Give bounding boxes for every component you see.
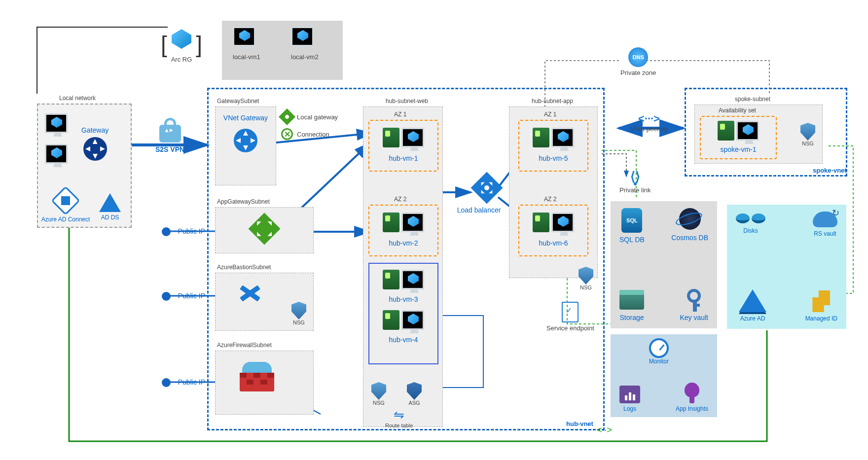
vnet-peering-icon: <···> VNet peering xyxy=(630,112,668,133)
local-network-box: Gateway Azure AD Connect AD DS xyxy=(37,104,132,228)
local-vm1-label: local-vm1 xyxy=(233,53,260,61)
storage-icon: Storage xyxy=(619,290,644,321)
s2s-vpn-icon: S2S VPN xyxy=(155,125,184,153)
sql-db-icon: SQL SQL DB xyxy=(619,208,645,244)
local-vms-box: local-vm1 local-vm2 xyxy=(222,21,343,80)
rs-vault-icon: ↻ RS vault xyxy=(813,212,837,237)
bastion-subnet-box: NSG xyxy=(215,273,314,331)
web-subnet-label: hub-subnet-web xyxy=(377,98,436,105)
logs-icon: Logs xyxy=(619,386,640,412)
backup-box: Disks ↻ RS vault Azure AD Managed ID xyxy=(727,205,846,329)
local-gateway-legend: Local gateway xyxy=(281,111,338,123)
hub-vm-6-box: hub-vm-6 xyxy=(518,205,588,256)
app-subnet-label: hub-subnet-app xyxy=(523,98,582,105)
app-subnet-box: AZ 1 hub-vm-5 AZ 2 hub-vm-6 NSG xyxy=(509,106,598,278)
web-subnet-box: AZ 1 hub-vm-1 AZ 2 hub-vm-2 hub-vm-3 hub… xyxy=(363,106,443,427)
services-box: SQL SQL DB Cosmos DB Storage Key vault xyxy=(611,201,717,328)
gateway-subnet-label: GatewaySubnet xyxy=(217,98,259,105)
monitor-box: Monitor Logs App Insights xyxy=(611,334,717,417)
cosmos-db-icon: Cosmos DB xyxy=(671,208,708,242)
hub-vm-5-box: hub-vm-5 xyxy=(518,120,588,172)
route-table-label: Route table xyxy=(385,423,413,428)
load-balancer-icon: Load balancer xyxy=(468,177,506,214)
hub-vm-2-box: hub-vm-2 xyxy=(368,205,438,256)
spoke-vm-1-box: spoke-vm-1 xyxy=(700,116,777,159)
bastion-subnet-label: AzureBastionSubnet xyxy=(217,264,271,271)
appgw-subnet-box xyxy=(215,207,314,253)
dns-icon: DNS Private zone xyxy=(620,47,656,76)
private-link-icon: ⟨⟩ Private link xyxy=(619,172,651,194)
firewall-subnet-label: AzureFirewallSubnet xyxy=(217,342,272,349)
firewall-subnet-box xyxy=(215,351,314,415)
hub-vnet-label: hub-vnet xyxy=(566,420,593,427)
spoke-subnet-label: spoke-subnet xyxy=(735,96,770,103)
appgw-subnet-label: AppGatewaySubnet xyxy=(217,198,270,205)
hub-vm-1-box: hub-vm-1 xyxy=(368,120,438,172)
arc-rg-label: Arc RG xyxy=(168,56,195,63)
ad-connect-icon: Azure AD Connect xyxy=(41,190,90,223)
local-vm2-label: local-vm2 xyxy=(291,53,319,61)
local-network-title: Local network xyxy=(59,95,96,102)
app-insights-icon: App Insights xyxy=(676,383,708,412)
azure-ad-icon: Azure AD xyxy=(739,289,766,322)
vnet-peer-icon: <··> xyxy=(597,425,612,435)
local-gateway-icon: Gateway xyxy=(81,126,108,164)
spoke-vnet-label: spoke-vnet xyxy=(813,167,847,174)
spoke-subnet-box: Availability set spoke-vm-1 NSG xyxy=(694,105,823,164)
gateway-subnet-box: VNet Gateway xyxy=(215,106,276,185)
monitor-icon: Monitor xyxy=(649,338,669,365)
key-vault-icon: Key vault xyxy=(680,289,708,321)
ad-ds-icon: AD DS xyxy=(99,193,121,221)
disks-icon: Disks xyxy=(736,213,765,234)
managed-id-icon: Managed ID xyxy=(805,290,837,322)
arc-rg-icon: [ ] Arc RG xyxy=(168,27,195,63)
connection-legend: ✕ Connection xyxy=(281,128,329,140)
service-endpoint-icon: ✓ Service endpoint xyxy=(546,302,594,332)
vm34-box: hub-vm-3 hub-vm-4 xyxy=(368,263,438,364)
